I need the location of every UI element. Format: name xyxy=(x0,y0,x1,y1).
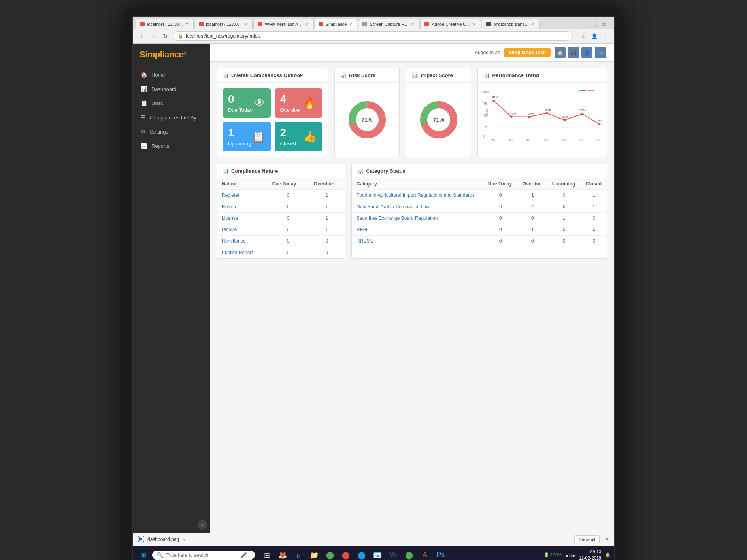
svg-text:Feb: Feb xyxy=(526,141,532,142)
cat-cell-due: 0 xyxy=(483,224,518,236)
cat-cell-overdue: 0 xyxy=(518,236,547,247)
svg-text:Feb: Feb xyxy=(544,141,549,142)
tab-close-7[interactable]: ✕ xyxy=(531,22,534,26)
tab-label-6: Adobe Creative C… xyxy=(432,22,470,26)
tab-2[interactable]: localhost / 127.0… ✕ xyxy=(194,19,253,29)
reload-button[interactable]: ↻ xyxy=(161,32,170,40)
show-all-button[interactable]: Show all xyxy=(574,535,600,543)
nature-cell-name[interactable]: License xyxy=(217,213,268,224)
tab-close-6[interactable]: ✕ xyxy=(473,22,476,26)
cat-cell-overdue: 0 xyxy=(518,213,547,224)
nature-cell-name[interactable]: Display xyxy=(217,224,268,236)
more-icon[interactable]: ⋮ xyxy=(601,32,610,40)
notification-icon[interactable]: 🔔 xyxy=(605,552,611,558)
tab-label-7: photoshop trans… xyxy=(493,22,529,26)
nature-cell-due: 0 xyxy=(268,190,309,201)
sidebar-toggle: › xyxy=(133,517,210,533)
sidebar-item-compliances[interactable]: ☰ Compliances List By xyxy=(133,110,210,124)
tile-due-today[interactable]: 0 Due Today 👁 xyxy=(223,88,271,118)
sidebar-label-dashboard: Dashboard xyxy=(151,86,177,92)
taskbar-search-box[interactable]: 🔍 🎤 xyxy=(152,551,255,560)
outlook-app[interactable]: 📧 xyxy=(370,548,385,560)
nature-cell-name[interactable]: Return xyxy=(217,201,268,213)
profile-icon[interactable]: 👤 xyxy=(590,32,599,40)
close-button[interactable]: ✕ xyxy=(600,20,608,29)
nature-cell-overdue: 1 xyxy=(309,201,345,213)
table-row: Return 0 1 xyxy=(217,201,345,213)
tab-1[interactable]: localhost / 127.0… ✕ xyxy=(136,19,194,29)
chrome-app[interactable]: ⬤ xyxy=(323,548,337,560)
taskbar-date-display: 12-02-2018 xyxy=(579,555,601,560)
toggle-sidebar-button[interactable]: › xyxy=(198,520,207,530)
home-top-button[interactable]: 🏠 xyxy=(555,47,566,58)
maximize-button[interactable]: ⬜ xyxy=(589,20,597,29)
logout-top-button[interactable]: ↪ xyxy=(595,47,606,58)
user-badge[interactable]: Simpliance Tech xyxy=(504,48,551,57)
address-bar[interactable]: 🔒 localhost/test_new/regulatory/index xyxy=(173,31,573,41)
cat-cell-upcoming: 1 xyxy=(547,213,581,224)
minimize-button[interactable]: – xyxy=(577,20,586,29)
windows-start-button[interactable]: ⊞ xyxy=(136,548,151,560)
sidebar-item-units[interactable]: 📋 Units xyxy=(133,96,210,110)
tab-7[interactable]: photoshop trans… ✕ xyxy=(482,19,540,29)
tab-close-4[interactable]: ✕ xyxy=(349,22,352,26)
tab-5[interactable]: Screen Capture R… ✕ xyxy=(358,19,419,29)
risk-chart-icon: 📊 xyxy=(340,72,347,78)
cat-col-due-today: Due Today xyxy=(483,178,518,190)
tab-close-1[interactable]: ✕ xyxy=(185,22,189,26)
headphone-top-button[interactable]: 🎧 xyxy=(568,47,579,58)
eye-icon: 👁 xyxy=(254,96,265,109)
cat-cell-name[interactable]: Food and Agricultural Import Regulations… xyxy=(352,190,483,201)
firefox-app[interactable]: 🦊 xyxy=(275,548,290,560)
cat-cell-name[interactable]: RREML xyxy=(352,236,483,247)
app9[interactable]: ⬤ xyxy=(402,548,416,560)
acrobat-app[interactable]: A xyxy=(418,548,432,560)
tile-closed[interactable]: 2 Closed 👍 xyxy=(275,122,322,151)
nature-cell-name[interactable]: Publish Report xyxy=(217,247,268,258)
mic-icon[interactable]: 🎤 xyxy=(241,552,247,558)
taskview-button[interactable]: ⊟ xyxy=(260,548,274,560)
nature-cell-due: 0 xyxy=(268,213,309,224)
tile-overdue[interactable]: 4 Overdue 🔥 xyxy=(275,88,322,118)
tab-4[interactable]: Simpliance ✕ xyxy=(314,19,358,29)
word-app[interactable]: W xyxy=(386,548,400,560)
table-row: REFL 0 1 0 0 xyxy=(352,224,607,236)
cat-cell-name[interactable]: REFL xyxy=(352,224,483,236)
tab-close-3[interactable]: ✕ xyxy=(305,22,308,26)
forward-button[interactable]: › xyxy=(149,32,158,40)
tab-close-2[interactable]: ✕ xyxy=(244,22,247,26)
folder-app[interactable]: 📁 xyxy=(307,548,321,560)
tab-close-5[interactable]: ✕ xyxy=(411,22,414,26)
tab-3[interactable]: WHM [test] List A… ✕ xyxy=(253,19,313,29)
ps-app[interactable]: Ps xyxy=(434,548,448,560)
nature-cell-name[interactable]: Remittance xyxy=(217,236,268,247)
sidebar-item-reports[interactable]: 📈 Reports xyxy=(133,139,210,153)
taskbar-search-input[interactable] xyxy=(166,552,238,558)
download-close-button[interactable]: ✕ xyxy=(605,537,609,542)
tab-6[interactable]: Adobe Creative C… ✕ xyxy=(420,19,481,29)
dash-row-2: 📊 Compliance Nature Nature Due Today Ove… xyxy=(217,164,607,259)
tile-closed-label: Closed xyxy=(280,141,296,147)
trend-svg: 100 75 50 25 0 Score xyxy=(483,87,602,142)
sidebar-item-home[interactable]: 🏠 Home xyxy=(133,68,210,82)
cat-cell-name[interactable]: Securities Exchange Board Regulation xyxy=(352,213,483,224)
ie-app[interactable]: ℯ xyxy=(291,548,306,560)
app6[interactable]: ⬤ xyxy=(339,548,353,560)
svg-point-17 xyxy=(493,100,495,102)
compliances-icon: ☰ xyxy=(141,114,146,121)
nature-cell-name[interactable]: Register xyxy=(217,190,268,201)
user-top-button[interactable]: 👤 xyxy=(581,47,592,58)
back-button[interactable]: ‹ xyxy=(137,32,146,40)
app7[interactable]: ⬤ xyxy=(355,548,369,560)
tile-upcoming[interactable]: 1 Upcoming 📋 xyxy=(223,122,271,151)
download-chevron[interactable]: ∧ xyxy=(182,537,185,542)
nature-cell-overdue: 1 xyxy=(309,213,345,224)
sidebar-item-settings[interactable]: ⚙ Settings xyxy=(133,124,210,139)
category-chart-icon: 📊 xyxy=(357,168,364,174)
cat-cell-closed: 1 xyxy=(581,201,607,213)
tab-favicon-4 xyxy=(319,22,323,26)
bookmark-icon[interactable]: ☆ xyxy=(579,32,588,40)
cat-cell-name[interactable]: New Saudi Arabia Companies Law xyxy=(352,201,483,213)
sidebar-item-dashboard[interactable]: 📊 Dashboard xyxy=(133,82,210,96)
list-icon: 📋 xyxy=(251,130,265,143)
